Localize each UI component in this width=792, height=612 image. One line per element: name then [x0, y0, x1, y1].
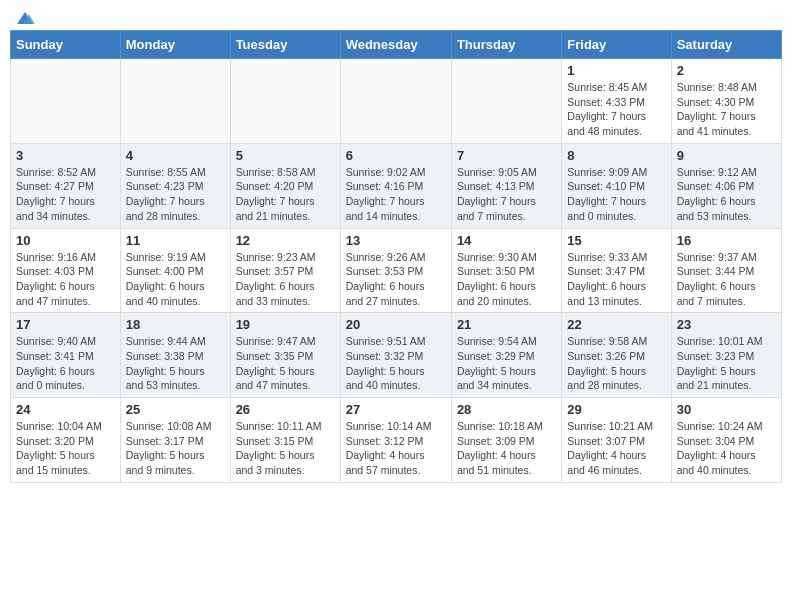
weekday-header-saturday: Saturday	[671, 31, 781, 59]
day-info: Sunrise: 10:21 AM Sunset: 3:07 PM Daylig…	[567, 419, 665, 478]
weekday-header-friday: Friday	[562, 31, 671, 59]
day-info: Sunrise: 10:04 AM Sunset: 3:20 PM Daylig…	[16, 419, 115, 478]
calendar-cell: 2Sunrise: 8:48 AM Sunset: 4:30 PM Daylig…	[671, 59, 781, 144]
calendar-cell: 16Sunrise: 9:37 AM Sunset: 3:44 PM Dayli…	[671, 228, 781, 313]
calendar-cell: 14Sunrise: 9:30 AM Sunset: 3:50 PM Dayli…	[451, 228, 561, 313]
day-info: Sunrise: 10:11 AM Sunset: 3:15 PM Daylig…	[236, 419, 335, 478]
day-info: Sunrise: 9:26 AM Sunset: 3:53 PM Dayligh…	[346, 250, 446, 309]
calendar-cell: 12Sunrise: 9:23 AM Sunset: 3:57 PM Dayli…	[230, 228, 340, 313]
day-number: 20	[346, 317, 446, 332]
calendar-cell: 17Sunrise: 9:40 AM Sunset: 3:41 PM Dayli…	[11, 313, 121, 398]
weekday-header-wednesday: Wednesday	[340, 31, 451, 59]
calendar-cell: 5Sunrise: 8:58 AM Sunset: 4:20 PM Daylig…	[230, 143, 340, 228]
day-number: 1	[567, 63, 665, 78]
day-number: 6	[346, 148, 446, 163]
calendar-cell: 8Sunrise: 9:09 AM Sunset: 4:10 PM Daylig…	[562, 143, 671, 228]
day-info: Sunrise: 9:05 AM Sunset: 4:13 PM Dayligh…	[457, 165, 556, 224]
calendar-table: SundayMondayTuesdayWednesdayThursdayFrid…	[10, 30, 782, 483]
calendar-week-row: 10Sunrise: 9:16 AM Sunset: 4:03 PM Dayli…	[11, 228, 782, 313]
weekday-header-row: SundayMondayTuesdayWednesdayThursdayFrid…	[11, 31, 782, 59]
day-info: Sunrise: 10:01 AM Sunset: 3:23 PM Daylig…	[677, 334, 776, 393]
day-number: 5	[236, 148, 335, 163]
day-number: 30	[677, 402, 776, 417]
day-info: Sunrise: 10:24 AM Sunset: 3:04 PM Daylig…	[677, 419, 776, 478]
weekday-header-sunday: Sunday	[11, 31, 121, 59]
calendar-cell: 11Sunrise: 9:19 AM Sunset: 4:00 PM Dayli…	[120, 228, 230, 313]
calendar-cell: 28Sunrise: 10:18 AM Sunset: 3:09 PM Dayl…	[451, 398, 561, 483]
calendar-cell: 1Sunrise: 8:45 AM Sunset: 4:33 PM Daylig…	[562, 59, 671, 144]
day-number: 19	[236, 317, 335, 332]
calendar-week-row: 17Sunrise: 9:40 AM Sunset: 3:41 PM Dayli…	[11, 313, 782, 398]
page-header	[10, 10, 782, 22]
day-info: Sunrise: 9:51 AM Sunset: 3:32 PM Dayligh…	[346, 334, 446, 393]
calendar-cell: 22Sunrise: 9:58 AM Sunset: 3:26 PM Dayli…	[562, 313, 671, 398]
day-info: Sunrise: 8:45 AM Sunset: 4:33 PM Dayligh…	[567, 80, 665, 139]
day-number: 8	[567, 148, 665, 163]
calendar-cell: 26Sunrise: 10:11 AM Sunset: 3:15 PM Dayl…	[230, 398, 340, 483]
day-info: Sunrise: 9:19 AM Sunset: 4:00 PM Dayligh…	[126, 250, 225, 309]
day-number: 28	[457, 402, 556, 417]
day-info: Sunrise: 9:16 AM Sunset: 4:03 PM Dayligh…	[16, 250, 115, 309]
day-info: Sunrise: 9:02 AM Sunset: 4:16 PM Dayligh…	[346, 165, 446, 224]
day-info: Sunrise: 9:40 AM Sunset: 3:41 PM Dayligh…	[16, 334, 115, 393]
day-number: 15	[567, 233, 665, 248]
calendar-cell: 6Sunrise: 9:02 AM Sunset: 4:16 PM Daylig…	[340, 143, 451, 228]
calendar-cell: 19Sunrise: 9:47 AM Sunset: 3:35 PM Dayli…	[230, 313, 340, 398]
day-info: Sunrise: 9:58 AM Sunset: 3:26 PM Dayligh…	[567, 334, 665, 393]
weekday-header-tuesday: Tuesday	[230, 31, 340, 59]
calendar-cell: 3Sunrise: 8:52 AM Sunset: 4:27 PM Daylig…	[11, 143, 121, 228]
calendar-cell	[120, 59, 230, 144]
day-number: 29	[567, 402, 665, 417]
day-info: Sunrise: 10:18 AM Sunset: 3:09 PM Daylig…	[457, 419, 556, 478]
day-number: 25	[126, 402, 225, 417]
day-info: Sunrise: 8:55 AM Sunset: 4:23 PM Dayligh…	[126, 165, 225, 224]
calendar-cell: 21Sunrise: 9:54 AM Sunset: 3:29 PM Dayli…	[451, 313, 561, 398]
calendar-cell: 15Sunrise: 9:33 AM Sunset: 3:47 PM Dayli…	[562, 228, 671, 313]
day-number: 24	[16, 402, 115, 417]
day-number: 4	[126, 148, 225, 163]
day-info: Sunrise: 10:14 AM Sunset: 3:12 PM Daylig…	[346, 419, 446, 478]
day-number: 10	[16, 233, 115, 248]
day-info: Sunrise: 9:23 AM Sunset: 3:57 PM Dayligh…	[236, 250, 335, 309]
day-number: 16	[677, 233, 776, 248]
day-number: 17	[16, 317, 115, 332]
logo-icon	[15, 10, 35, 26]
day-info: Sunrise: 9:12 AM Sunset: 4:06 PM Dayligh…	[677, 165, 776, 224]
calendar-cell	[230, 59, 340, 144]
calendar-cell: 9Sunrise: 9:12 AM Sunset: 4:06 PM Daylig…	[671, 143, 781, 228]
day-info: Sunrise: 10:08 AM Sunset: 3:17 PM Daylig…	[126, 419, 225, 478]
calendar-cell: 30Sunrise: 10:24 AM Sunset: 3:04 PM Dayl…	[671, 398, 781, 483]
day-number: 21	[457, 317, 556, 332]
calendar-cell: 27Sunrise: 10:14 AM Sunset: 3:12 PM Dayl…	[340, 398, 451, 483]
day-info: Sunrise: 9:54 AM Sunset: 3:29 PM Dayligh…	[457, 334, 556, 393]
day-number: 18	[126, 317, 225, 332]
day-number: 26	[236, 402, 335, 417]
day-number: 14	[457, 233, 556, 248]
calendar-cell	[340, 59, 451, 144]
weekday-header-thursday: Thursday	[451, 31, 561, 59]
day-number: 9	[677, 148, 776, 163]
day-number: 11	[126, 233, 225, 248]
day-info: Sunrise: 8:58 AM Sunset: 4:20 PM Dayligh…	[236, 165, 335, 224]
day-number: 12	[236, 233, 335, 248]
day-number: 23	[677, 317, 776, 332]
calendar-cell	[451, 59, 561, 144]
calendar-cell: 25Sunrise: 10:08 AM Sunset: 3:17 PM Dayl…	[120, 398, 230, 483]
calendar-cell: 24Sunrise: 10:04 AM Sunset: 3:20 PM Dayl…	[11, 398, 121, 483]
day-info: Sunrise: 9:47 AM Sunset: 3:35 PM Dayligh…	[236, 334, 335, 393]
day-info: Sunrise: 9:37 AM Sunset: 3:44 PM Dayligh…	[677, 250, 776, 309]
logo	[14, 10, 36, 22]
day-number: 27	[346, 402, 446, 417]
calendar-cell: 13Sunrise: 9:26 AM Sunset: 3:53 PM Dayli…	[340, 228, 451, 313]
day-number: 13	[346, 233, 446, 248]
calendar-week-row: 24Sunrise: 10:04 AM Sunset: 3:20 PM Dayl…	[11, 398, 782, 483]
weekday-header-monday: Monday	[120, 31, 230, 59]
calendar-week-row: 3Sunrise: 8:52 AM Sunset: 4:27 PM Daylig…	[11, 143, 782, 228]
day-number: 7	[457, 148, 556, 163]
calendar-cell: 29Sunrise: 10:21 AM Sunset: 3:07 PM Dayl…	[562, 398, 671, 483]
calendar-cell: 23Sunrise: 10:01 AM Sunset: 3:23 PM Dayl…	[671, 313, 781, 398]
day-info: Sunrise: 8:48 AM Sunset: 4:30 PM Dayligh…	[677, 80, 776, 139]
day-number: 3	[16, 148, 115, 163]
day-info: Sunrise: 8:52 AM Sunset: 4:27 PM Dayligh…	[16, 165, 115, 224]
day-info: Sunrise: 9:44 AM Sunset: 3:38 PM Dayligh…	[126, 334, 225, 393]
